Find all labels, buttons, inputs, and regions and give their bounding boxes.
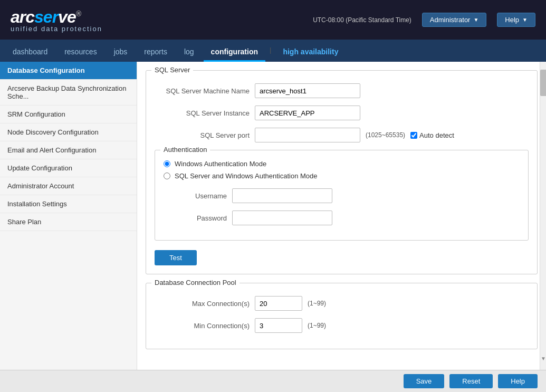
admin-dropdown-arrow: ▼ [473, 17, 478, 23]
main-layout: Database Configuration Arcserve Backup D… [0, 62, 546, 370]
nav-resources[interactable]: resources [57, 43, 104, 62]
sidebar: Database Configuration Arcserve Backup D… [0, 62, 137, 370]
port-input[interactable] [255, 128, 360, 142]
app-subtitle: unified data protection [11, 25, 102, 33]
auto-detect-label: Auto detect [419, 131, 454, 139]
sql-server-title: SQL Server [151, 66, 193, 74]
min-connections-row: Min Connection(s) (1~99) [155, 318, 529, 333]
test-button[interactable]: Test [155, 250, 197, 265]
port-range: (1025~65535) [366, 131, 405, 139]
scroll-down-arrow[interactable]: ▼ [540, 356, 546, 361]
sidebar-item-node-discovery[interactable]: Node Discovery Configuration [0, 123, 137, 141]
header: arcserve® unified data protection UTC-08… [0, 0, 546, 40]
scrollbar-track[interactable]: ▼ [540, 62, 546, 370]
machine-name-input[interactable] [255, 83, 360, 98]
nav-dashboard[interactable]: dashboard [5, 43, 55, 62]
nav-high-availability[interactable]: high availability [275, 43, 346, 62]
db-connection-pool-title: Database Connection Pool [151, 279, 240, 286]
password-row: Password [164, 211, 520, 225]
reset-button[interactable]: Reset [449, 374, 493, 388]
windows-auth-label: Windows Authentication Mode [175, 160, 266, 168]
help-dropdown-arrow: ▼ [522, 17, 528, 23]
nav-bar: dashboard resources jobs reports log con… [0, 40, 546, 62]
logo: arcserve® [11, 7, 81, 27]
sql-windows-auth-row: SQL Server and Windows Authentication Mo… [164, 172, 520, 180]
timezone-display: UTC-08:00 (Pacific Standard Time) [313, 16, 411, 24]
save-button[interactable]: Save [404, 374, 445, 388]
nav-separator: | [267, 42, 273, 58]
min-connections-label: Min Connection(s) [155, 322, 250, 330]
instance-row: SQL Server Instance [155, 106, 529, 120]
help-button[interactable]: Help ▼ [497, 13, 535, 27]
password-input[interactable] [232, 211, 332, 225]
auto-detect-area: Auto detect [410, 131, 454, 139]
nav-jobs[interactable]: jobs [107, 43, 135, 62]
sidebar-item-srm-config[interactable]: SRM Configuration [0, 106, 137, 123]
machine-name-label: SQL Server Machine Name [155, 87, 250, 95]
logo-area: arcserve® unified data protection [11, 7, 102, 33]
port-row: SQL Server port (1025~65535) Auto detect [155, 128, 529, 142]
username-label: Username [164, 192, 227, 200]
max-connections-label: Max Connection(s) [155, 300, 250, 308]
port-label: SQL Server port [155, 131, 250, 139]
instance-label: SQL Server Instance [155, 109, 250, 117]
username-row: Username [164, 188, 520, 203]
sidebar-item-installation-settings[interactable]: Installation Settings [0, 195, 137, 213]
db-connection-pool-section: Database Connection Pool Max Connection(… [146, 283, 538, 349]
sidebar-item-share-plan[interactable]: Share Plan [0, 213, 137, 231]
nav-log[interactable]: log [177, 43, 202, 62]
sidebar-item-admin-account[interactable]: Administrator Account [0, 177, 137, 195]
sidebar-item-arcserve-backup[interactable]: Arcserve Backup Data Synchronization Sch… [0, 80, 137, 106]
machine-name-row: SQL Server Machine Name [155, 83, 529, 98]
nav-reports[interactable]: reports [137, 43, 175, 62]
sidebar-item-email-alert[interactable]: Email and Alert Configuration [0, 141, 137, 159]
footer: Save Reset Help [0, 370, 546, 392]
admin-button[interactable]: Administrator ▼ [422, 13, 486, 27]
nav-configuration[interactable]: configuration [204, 43, 265, 62]
auto-detect-checkbox[interactable] [410, 132, 417, 139]
authentication-section: Authentication Windows Authentication Mo… [155, 150, 529, 241]
sql-windows-auth-radio[interactable] [164, 173, 170, 179]
password-label: Password [164, 214, 227, 222]
sql-windows-auth-label: SQL Server and Windows Authentication Mo… [175, 172, 318, 180]
instance-input[interactable] [255, 106, 360, 120]
authentication-title: Authentication [160, 146, 210, 154]
footer-help-button[interactable]: Help [498, 374, 538, 388]
max-connections-input[interactable] [255, 296, 302, 311]
sidebar-item-update-config[interactable]: Update Configuration [0, 159, 137, 177]
windows-auth-radio[interactable] [164, 160, 170, 167]
sql-server-section: SQL Server SQL Server Machine Name SQL S… [146, 70, 538, 274]
sidebar-item-database-config[interactable]: Database Configuration [0, 62, 137, 80]
scrollbar-thumb[interactable] [540, 70, 546, 96]
min-connections-input[interactable] [255, 318, 302, 333]
username-input[interactable] [232, 188, 332, 203]
max-connections-range: (1~99) [308, 300, 326, 307]
windows-auth-row: Windows Authentication Mode [164, 160, 520, 168]
min-connections-range: (1~99) [308, 322, 326, 329]
content-area: SQL Server SQL Server Machine Name SQL S… [137, 62, 546, 370]
max-connections-row: Max Connection(s) (1~99) [155, 296, 529, 311]
